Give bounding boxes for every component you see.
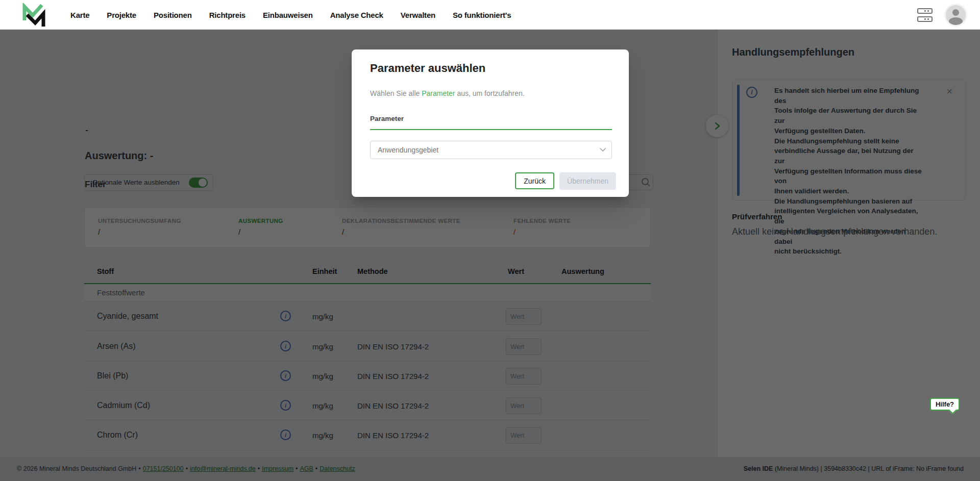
parameter-field-label: Parameter	[370, 115, 404, 122]
parameter-link[interactable]: Parameter	[422, 89, 455, 97]
subtext-after: aus, um fortzufahren.	[455, 89, 525, 97]
user-avatar-icon[interactable]	[946, 5, 966, 25]
server-icon[interactable]	[917, 8, 933, 22]
subtext-before: Wählen Sie alle	[370, 89, 422, 97]
parameter-dialog: Parameter auswählen Wählen Sie alle Para…	[352, 49, 629, 197]
chevron-down-icon	[594, 148, 611, 152]
nav-item-karte[interactable]: Karte	[70, 11, 89, 19]
parameter-field-underline	[370, 129, 612, 130]
zurueck-button[interactable]: Zurück	[515, 172, 554, 189]
nav-right-icons	[917, 0, 966, 30]
nav-item-so-funktionierts[interactable]: So funktioniert's	[453, 11, 511, 19]
help-button[interactable]: Hilfe?	[930, 398, 960, 411]
nav-item-positionen[interactable]: Positionen	[154, 11, 192, 19]
nav-item-projekte[interactable]: Projekte	[107, 11, 136, 19]
nav-item-einbauweisen[interactable]: Einbauweisen	[263, 11, 313, 19]
dialog-title: Parameter auswählen	[370, 62, 485, 75]
uebernehmen-button[interactable]: Übernehmen	[559, 172, 616, 190]
nav-menu: Karte Projekte Positionen Richtpreis Ein…	[70, 0, 511, 30]
nav-item-verwalten[interactable]: Verwalten	[401, 11, 435, 19]
dialog-subtext: Wählen Sie alle Parameter aus, um fortzu…	[370, 89, 525, 97]
select-value: Anwendungsgebiet	[371, 146, 594, 154]
mineral-minds-logo[interactable]	[20, 3, 47, 27]
anwendungsgebiet-select[interactable]: Anwendungsgebiet	[370, 141, 612, 159]
dialog-buttons: Zurück Übernehmen	[515, 172, 616, 190]
top-navigation-bar: Karte Projekte Positionen Richtpreis Ein…	[0, 0, 980, 30]
nav-item-richtpreis[interactable]: Richtpreis	[209, 11, 246, 19]
nav-item-analyse-check[interactable]: Analyse Check	[330, 11, 383, 19]
